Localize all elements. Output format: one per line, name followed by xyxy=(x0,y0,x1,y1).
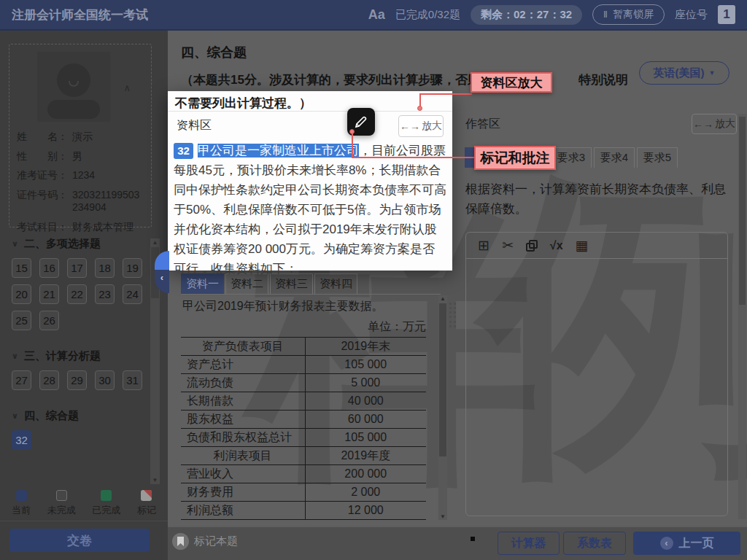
question-number-button[interactable]: 25 xyxy=(12,311,31,330)
question-number-button[interactable]: 19 xyxy=(123,258,142,278)
avatar xyxy=(37,52,110,122)
table-row: 营业收入 200 000 xyxy=(181,465,426,483)
question-number-button[interactable]: 31 xyxy=(123,370,142,390)
callout-dot xyxy=(417,106,422,111)
section-header-calculation[interactable]: ∨ 三、计算分析题 xyxy=(12,349,144,363)
exam-app: 注册会计师全国统一考试 Aa 已完成0/32题 剩余：02：27：32 Ⅱ 暂离… xyxy=(0,0,747,560)
pause-lock-button[interactable]: Ⅱ 暂离锁屏 xyxy=(592,4,665,25)
chevron-up-icon[interactable]: ∧ xyxy=(123,82,131,93)
passage-text: ，目前公司股票每股45元，预计股价未来增长率8%；长期借款合同中保护性条款约定甲… xyxy=(174,144,446,276)
divider xyxy=(0,521,168,521)
language-select[interactable]: 英语(美国) ▼ xyxy=(639,61,729,85)
answer-area-title: 作答区 xyxy=(465,117,500,132)
cut-icon[interactable]: ✂ xyxy=(502,238,514,252)
material-intro: 甲公司2019年预计财务报表主要数据。 xyxy=(182,299,384,314)
answer-scrollbar[interactable] xyxy=(738,114,746,519)
question-number-button[interactable]: 20 xyxy=(12,284,31,304)
caret-down-icon: ▼ xyxy=(709,69,716,77)
callout-annotate: 标记和批注 xyxy=(474,146,556,170)
table-icon[interactable]: ▦ xyxy=(576,238,589,252)
paste-icon[interactable]: ⊞ xyxy=(478,238,489,252)
requirement-tab[interactable]: 要求5 xyxy=(637,147,678,168)
table-row: 利润表项目 2019年度 xyxy=(181,447,426,465)
requirement-tab[interactable]: 要求3 xyxy=(551,147,592,168)
legend-swatch xyxy=(56,490,67,501)
question-number-button[interactable]: 28 xyxy=(39,370,59,390)
legend-item: 当前 xyxy=(12,490,31,517)
table-row: 资产负债表项目 2019年末 xyxy=(181,338,426,356)
profile-row: 考试科目： 财务成本管理 xyxy=(17,221,145,234)
legend-item: 未完成 xyxy=(47,490,76,517)
time-remaining-badge: 剩余：02：27：32 xyxy=(471,5,582,25)
scroll-up-icon[interactable]: ▲ xyxy=(150,239,160,246)
question-navigator: ∨ 二、多项选择题 151617181920212223242526 ∨ 三、计… xyxy=(12,237,144,469)
material-zoom-popup: 不需要列出计算过程。） 资料区 ←→ 放大 32甲公司是一家制造业上市公司，目前… xyxy=(168,91,452,271)
scroll-down-icon[interactable]: ▼ xyxy=(150,477,160,483)
question-number-button[interactable]: 26 xyxy=(39,311,59,330)
editor-toolbar: ⊞ ✂ √x ▦ xyxy=(466,233,727,259)
copy-icon[interactable] xyxy=(526,240,538,252)
legend-swatch xyxy=(16,490,27,501)
question-passage: 32甲公司是一家制造业上市公司，目前公司股票每股45元，预计股价未来增长率8%；… xyxy=(174,141,446,279)
font-size-icon[interactable]: Aa xyxy=(368,7,385,23)
question-number-button[interactable]: 27 xyxy=(12,370,31,390)
mark-question-button[interactable]: 标记本题 xyxy=(172,533,238,550)
divider xyxy=(168,111,452,112)
calculator-button[interactable]: 计算器 xyxy=(498,532,560,555)
scrollbar-thumb[interactable] xyxy=(739,117,746,305)
cursor-dot xyxy=(471,537,475,541)
material-scrollbar[interactable]: ▲ ▼ xyxy=(438,295,447,520)
question-number-button[interactable]: 23 xyxy=(95,284,115,304)
profile-row: 准考证号： 1234 xyxy=(17,169,145,182)
submit-exam-button[interactable]: 交卷 xyxy=(9,529,150,552)
app-title: 注册会计师全国统一考试 xyxy=(12,7,148,23)
question-number-button[interactable]: 29 xyxy=(67,370,87,390)
answer-editor[interactable]: ⊞ ✂ √x ▦ xyxy=(465,232,728,516)
table-row: 股东权益 60 000 xyxy=(181,411,426,429)
question-number-button[interactable]: 30 xyxy=(95,370,115,390)
profile-row: 证件号码： 320321199503234904 xyxy=(17,189,145,214)
question-number-button[interactable]: 32 xyxy=(12,430,31,450)
question-number-button[interactable]: 24 xyxy=(123,284,142,304)
table-row: 长期借款 40 000 xyxy=(181,392,426,411)
section-header-multichoice[interactable]: ∨ 二、多项选择题 xyxy=(12,237,144,251)
answer-zoom-button[interactable]: ←→ 放大 xyxy=(692,114,737,134)
callout-connector xyxy=(352,157,476,158)
instruction-tail: 不需要列出计算过程。） xyxy=(175,95,311,112)
scroll-down-icon[interactable]: ▼ xyxy=(438,513,447,520)
panel-collapse-handle[interactable]: ‹ xyxy=(155,251,169,293)
callout-material-zoom: 资料区放大 xyxy=(471,72,552,93)
question-number-button[interactable]: 15 xyxy=(12,258,31,278)
question-number-button[interactable]: 22 xyxy=(67,284,87,304)
previous-page-button[interactable]: ‹ 上一页 xyxy=(633,532,740,555)
legend-item: 已完成 xyxy=(92,490,120,517)
question-number-button[interactable]: 16 xyxy=(39,258,59,278)
pause-icon: Ⅱ xyxy=(603,9,608,20)
financial-table: 资产负债表项目 2019年末 资产总计 105 000 流动负债 5 000 xyxy=(181,337,426,520)
coefficient-table-button[interactable]: 系数表 xyxy=(563,532,626,555)
material-area-label: 资料区 xyxy=(177,118,212,133)
requirement-tab[interactable]: 要求4 xyxy=(594,147,635,168)
material-zoom-button[interactable]: ←→ 放大 xyxy=(398,115,444,137)
candidate-profile-card: ∧ 姓 名： 演示 性 别： 男 准考证号： 1234 xyxy=(9,44,152,228)
table-row: 财务费用 2 000 xyxy=(181,483,426,502)
legend-item: 标记 xyxy=(137,490,156,517)
question-number-button[interactable]: 17 xyxy=(67,258,87,278)
scrollbar-thumb[interactable] xyxy=(439,303,446,456)
formula-icon[interactable]: √x xyxy=(550,240,563,252)
scroll-up-icon[interactable]: ▲ xyxy=(438,295,447,302)
legend-swatch xyxy=(101,490,112,501)
section-header-comprehensive[interactable]: ∨ 四、综合题 xyxy=(12,409,144,423)
chevron-down-icon: ∨ xyxy=(12,239,18,249)
status-legend: 当前 未完成 已完成 标记 xyxy=(0,490,168,517)
resize-arrows-icon: ←→ xyxy=(400,120,420,132)
question-number-button[interactable]: 21 xyxy=(39,284,59,304)
bookmark-icon xyxy=(172,533,189,550)
table-row: 资产总计 105 000 xyxy=(181,356,426,374)
profile-row: 性 别： 男 xyxy=(17,150,145,163)
panel-splitter-handle[interactable] xyxy=(449,303,457,327)
question-section-title: 四、综合题 xyxy=(181,44,247,61)
seat-label: 座位号 xyxy=(675,8,708,22)
question-number-button[interactable]: 18 xyxy=(95,258,115,278)
topbar: 注册会计师全国统一考试 Aa 已完成0/32题 剩余：02：27：32 Ⅱ 暂离… xyxy=(0,0,747,31)
